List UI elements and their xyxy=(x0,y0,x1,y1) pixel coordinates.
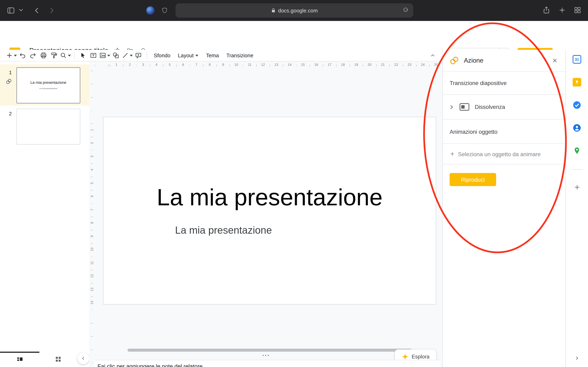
tab-overview-button[interactable] xyxy=(574,6,581,14)
forward-button[interactable] xyxy=(47,6,55,15)
rail-divider xyxy=(572,169,582,170)
vertical-ruler: 1234567891011121314 xyxy=(89,61,95,367)
expand-chevron-icon xyxy=(448,104,455,110)
url-text: docs.google.com xyxy=(278,8,318,13)
transition-row[interactable]: Dissolvenza xyxy=(443,95,566,119)
sidebar-toggle-button[interactable] xyxy=(7,6,15,15)
collapse-toolbar-button[interactable] xyxy=(430,52,436,58)
ruler-number: 7 xyxy=(90,207,94,212)
ruler-number: 1 xyxy=(116,63,117,67)
select-object-label: Seleziona un oggetto da animare xyxy=(458,151,541,157)
caret-down-icon xyxy=(107,54,110,56)
paint-format-button[interactable] xyxy=(49,50,59,60)
horizontal-scrollbar[interactable] xyxy=(127,349,412,352)
slide-title[interactable]: La mia presentazione xyxy=(104,183,436,211)
close-panel-button[interactable] xyxy=(552,57,558,64)
ruler-number: 8 xyxy=(209,63,210,67)
caret-down-icon xyxy=(130,54,133,56)
toolbar: Sfondo Layout Tema Transizione xyxy=(0,50,442,61)
back-button[interactable] xyxy=(33,6,41,15)
calendar-icon[interactable]: 31 xyxy=(573,55,581,64)
select-tool[interactable] xyxy=(78,50,88,60)
horizontal-ruler: 1234567891011121314151617181920212223242… xyxy=(95,61,442,69)
filmstrip-view-active-indicator xyxy=(0,352,39,353)
undo-button[interactable] xyxy=(17,50,27,60)
slide-2-thumbnail[interactable] xyxy=(17,109,80,145)
slide-subtitle[interactable]: La mia presentazione xyxy=(104,225,344,236)
plus-icon: + xyxy=(450,150,454,158)
side-apps-rail: 31 xyxy=(566,50,588,367)
notes-splitter-handle[interactable]: ••• xyxy=(254,353,278,358)
screen: docs.google.com Presentazione senza tito… xyxy=(0,0,588,367)
transition-preview-icon xyxy=(459,103,470,111)
motion-panel: Azione Transizione diapositive Dissolven… xyxy=(442,50,565,367)
extension-icon[interactable] xyxy=(146,6,154,15)
insert-comment-button[interactable] xyxy=(134,50,143,60)
layout-label: Layout xyxy=(178,52,194,58)
ruler-number: 22 xyxy=(394,63,398,67)
ruler-number: 10 xyxy=(234,63,238,67)
animations-section-label: Animazioni oggetto xyxy=(443,119,566,144)
sidebar-chevron-icon[interactable] xyxy=(19,8,23,12)
share-page-button[interactable] xyxy=(543,6,550,15)
collapse-filmstrip-button[interactable] xyxy=(77,352,89,364)
slide-1-thumbnail[interactable]: La mia presentazione La mia presentazion… xyxy=(17,67,80,103)
ruler-number: 23 xyxy=(407,63,411,67)
insert-shape-button[interactable] xyxy=(111,50,121,60)
slide-2-row[interactable]: 2 xyxy=(0,106,89,147)
ruler-number: 7 xyxy=(195,63,197,67)
ruler-number: 3 xyxy=(90,154,94,159)
ruler-number: 20 xyxy=(368,63,371,67)
address-bar[interactable]: docs.google.com xyxy=(176,3,413,18)
ruler-number: 10 xyxy=(90,247,94,252)
canvas-area: 1234567891011121314 12345678910111213141… xyxy=(89,61,442,367)
redo-button[interactable] xyxy=(28,50,38,60)
ruler-number: 5 xyxy=(90,180,94,186)
maps-icon[interactable] xyxy=(573,146,581,155)
explore-icon xyxy=(402,353,409,360)
ruler-number: 6 xyxy=(90,194,94,199)
app-header: Presentazione senza titolo File Modifica… xyxy=(0,21,588,50)
grid-view-button[interactable] xyxy=(55,356,61,363)
ruler-number: 15 xyxy=(301,63,305,67)
toolbar-separator xyxy=(147,52,147,59)
ruler-number: 4 xyxy=(155,63,157,67)
print-button[interactable] xyxy=(39,50,48,60)
slide-canvas[interactable]: La mia presentazione La mia presentazion… xyxy=(103,117,436,304)
speaker-notes[interactable]: Fai clic per aggiungere le note del rela… xyxy=(95,360,440,367)
theme-button[interactable]: Tema xyxy=(202,50,223,60)
ruler-number: 6 xyxy=(182,63,184,67)
privacy-shield-icon[interactable] xyxy=(161,6,168,14)
zoom-button[interactable] xyxy=(60,50,71,60)
ruler-number: 13 xyxy=(274,63,278,67)
ruler-number: 17 xyxy=(328,63,331,67)
filmstrip-view-button[interactable] xyxy=(17,356,23,363)
ruler-number: 18 xyxy=(341,63,345,67)
new-tab-button[interactable] xyxy=(558,6,566,14)
add-slide-button[interactable] xyxy=(6,50,17,60)
motion-icon xyxy=(450,56,459,65)
play-button[interactable]: Riproduci xyxy=(450,173,496,186)
layout-button[interactable]: Layout xyxy=(174,50,202,60)
insert-image-button[interactable] xyxy=(99,50,110,60)
reload-button[interactable] xyxy=(403,7,409,13)
ruler-number: 3 xyxy=(142,63,144,67)
insert-line-button[interactable] xyxy=(121,50,133,60)
ruler-number: 14 xyxy=(90,300,94,305)
text-box-button[interactable] xyxy=(88,50,98,60)
filmstrip: 1 La mia presentazione La mia presentazi… xyxy=(0,61,89,367)
expand-rail-button[interactable] xyxy=(566,355,588,361)
background-button[interactable]: Sfondo xyxy=(150,50,174,60)
ruler-number: 14 xyxy=(288,63,291,67)
browser-chrome: docs.google.com xyxy=(0,0,588,21)
select-object-row[interactable]: + Seleziona un oggetto da animare xyxy=(443,144,566,164)
tasks-icon[interactable] xyxy=(573,101,581,109)
ruler-number: 11 xyxy=(90,260,94,266)
slide-1-row[interactable]: 1 La mia presentazione La mia presentazi… xyxy=(0,64,89,106)
transition-button[interactable]: Transizione xyxy=(223,50,257,60)
get-addons-button[interactable] xyxy=(573,184,580,191)
transition-name: Dissolvenza xyxy=(475,104,505,110)
contacts-icon[interactable] xyxy=(573,124,581,132)
keep-icon[interactable] xyxy=(573,78,581,86)
ruler-number: 9 xyxy=(222,63,224,67)
